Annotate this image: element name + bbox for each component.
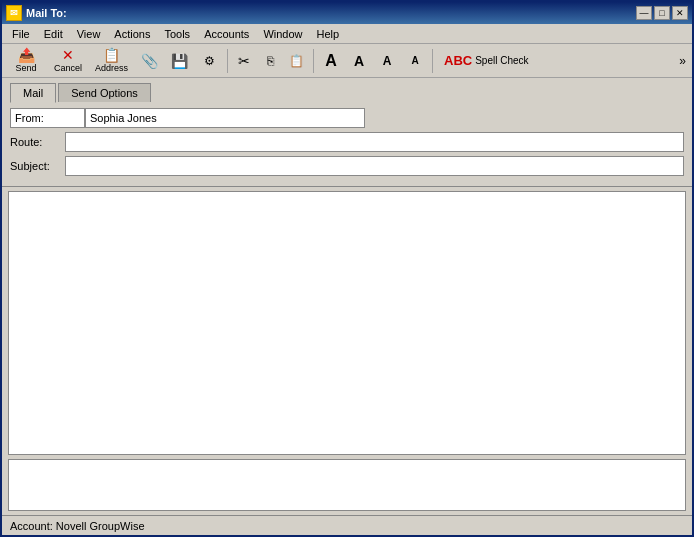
from-dropdown[interactable]: From: <box>10 108 85 128</box>
options-icon: ⚙ <box>204 55 215 67</box>
tab-mail[interactable]: Mail <box>10 83 56 103</box>
menu-edit[interactable]: Edit <box>38 26 69 42</box>
copy-icon: ⎘ <box>267 55 274 67</box>
address-label: Address <box>95 63 128 73</box>
route-label: Route: <box>10 136 65 148</box>
route-row: Route: <box>10 132 684 152</box>
save-button[interactable]: 💾 <box>165 47 193 75</box>
subject-input[interactable] <box>65 156 684 176</box>
spell-check-label: Spell Check <box>475 55 528 66</box>
menu-accounts[interactable]: Accounts <box>198 26 255 42</box>
maximize-button[interactable]: □ <box>654 6 670 20</box>
paste-icon: 📋 <box>289 55 304 67</box>
toolbar-separator-2 <box>313 49 314 73</box>
cancel-label: Cancel <box>54 63 82 73</box>
font-size-m-button[interactable]: A <box>374 49 400 73</box>
message-body-area[interactable] <box>8 191 686 455</box>
bottom-panel <box>8 459 686 511</box>
toolbar: 📤 Send ✕ Cancel 📋 Address 📎 💾 ⚙ ✂ <box>2 44 692 78</box>
toolbar-separator-3 <box>432 49 433 73</box>
route-input[interactable] <box>65 132 684 152</box>
options-button[interactable]: ⚙ <box>195 47 223 75</box>
menu-actions[interactable]: Actions <box>108 26 156 42</box>
titlebar: ✉ Mail To: — □ ✕ <box>2 2 692 24</box>
menu-window[interactable]: Window <box>257 26 308 42</box>
form-area: From: Route: Subject: <box>2 102 692 187</box>
menu-file[interactable]: File <box>6 26 36 42</box>
spell-check-button[interactable]: ABC Spell Check <box>437 49 536 73</box>
cut-button[interactable]: ✂ <box>232 47 256 75</box>
menu-help[interactable]: Help <box>311 26 346 42</box>
spell-check-icon: ABC <box>444 53 472 68</box>
save-icon: 💾 <box>171 54 188 68</box>
close-button[interactable]: ✕ <box>672 6 688 20</box>
address-button[interactable]: 📋 Address <box>90 47 133 75</box>
send-icon: 📤 <box>18 48 35 62</box>
from-row: From: <box>10 108 684 128</box>
minimize-button[interactable]: — <box>636 6 652 20</box>
send-button[interactable]: 📤 Send <box>6 47 46 75</box>
font-size-l-button[interactable]: A <box>346 49 372 73</box>
tabs: Mail Send Options <box>2 78 692 102</box>
attach-button[interactable]: 📎 <box>135 47 163 75</box>
from-name-input[interactable] <box>85 108 365 128</box>
subject-label: Subject: <box>10 160 65 172</box>
window-title: Mail To: <box>26 7 67 19</box>
toolbar-separator-1 <box>227 49 228 73</box>
attach-icon: 📎 <box>141 54 158 68</box>
font-size-s-button[interactable]: A <box>402 49 428 73</box>
window-icon: ✉ <box>6 5 22 21</box>
cut-icon: ✂ <box>238 54 250 68</box>
menubar: File Edit View Actions Tools Accounts Wi… <box>2 24 692 44</box>
subject-row: Subject: <box>10 156 684 176</box>
titlebar-controls: — □ ✕ <box>636 6 688 20</box>
mail-window: ✉ Mail To: — □ ✕ File Edit View Actions … <box>0 0 694 537</box>
from-select-container: From: <box>10 108 85 128</box>
cancel-button[interactable]: ✕ Cancel <box>48 47 88 75</box>
send-label: Send <box>15 63 36 73</box>
menu-tools[interactable]: Tools <box>158 26 196 42</box>
copy-button[interactable]: ⎘ <box>258 47 282 75</box>
menu-view[interactable]: View <box>71 26 107 42</box>
tab-send-options[interactable]: Send Options <box>58 83 151 102</box>
cancel-icon: ✕ <box>62 48 74 62</box>
statusbar: Account: Novell GroupWise <box>2 515 692 535</box>
status-text: Account: Novell GroupWise <box>10 520 145 532</box>
font-size-xl-button[interactable]: A <box>318 49 344 73</box>
paste-button[interactable]: 📋 <box>284 47 309 75</box>
toolbar-more-button[interactable]: » <box>677 52 688 70</box>
titlebar-left: ✉ Mail To: <box>6 5 67 21</box>
address-icon: 📋 <box>103 48 120 62</box>
